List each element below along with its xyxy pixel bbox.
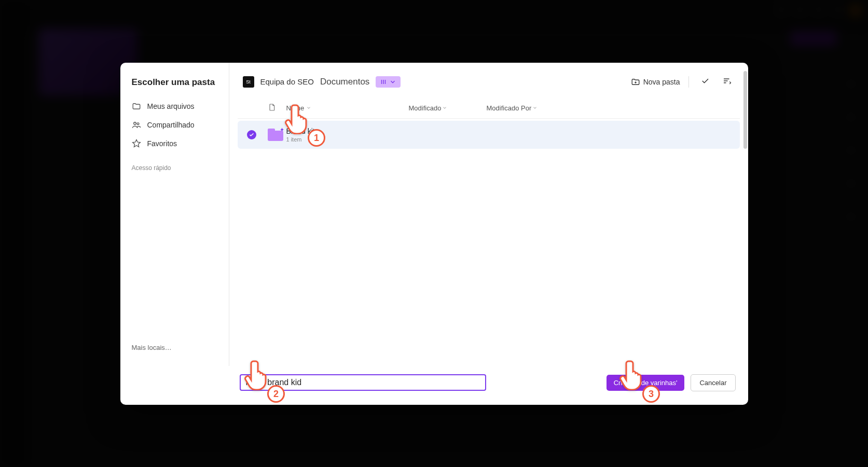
row-name: Brand kit bbox=[286, 127, 731, 135]
view-toggle[interactable] bbox=[376, 76, 401, 88]
scrollbar[interactable] bbox=[743, 71, 747, 149]
sidebar-item-label: Favoritos bbox=[147, 139, 177, 148]
sidebar-item-my-files[interactable]: Meus arquivos bbox=[120, 97, 229, 116]
modal-title: Escolher uma pasta bbox=[120, 77, 229, 97]
check-icon bbox=[700, 76, 710, 86]
chevron-down-icon bbox=[532, 105, 538, 110]
modal-main: St Equipa do SEO Documentos Nova pasta bbox=[229, 63, 748, 366]
column-modified[interactable]: Modificado bbox=[409, 104, 487, 112]
team-badge[interactable]: St bbox=[243, 76, 254, 88]
sort-lines-icon bbox=[722, 76, 732, 86]
row-sub: 1 item bbox=[286, 136, 731, 143]
breadcrumb-team[interactable]: Equipa do SEO bbox=[260, 77, 314, 86]
folder-icon bbox=[132, 102, 141, 111]
name-input[interactable] bbox=[240, 374, 486, 391]
more-places-link[interactable]: Mais locais… bbox=[120, 337, 229, 358]
column-name[interactable]: Name bbox=[286, 104, 409, 112]
sidebar-item-shared[interactable]: Compartilhado bbox=[120, 116, 229, 134]
folder-plus-icon bbox=[631, 77, 640, 87]
sidebar-item-label: Compartilhado bbox=[147, 121, 195, 129]
column-modified-by[interactable]: Modificado Por bbox=[487, 104, 575, 112]
quick-access-label: Acesso rápido bbox=[120, 153, 229, 176]
file-icon bbox=[268, 103, 276, 111]
file-row-brand-kit[interactable]: ✦ Brand kit 1 item bbox=[238, 121, 740, 149]
modal-sidebar: Escolher uma pasta Meus arquivos Compart… bbox=[120, 63, 229, 366]
create-button[interactable]: Criar 'Kit de varinhas' bbox=[607, 375, 685, 391]
sidebar-item-favorites[interactable]: Favoritos bbox=[120, 134, 229, 153]
list-header: Name Modificado Modificado Por bbox=[238, 98, 740, 119]
star-icon bbox=[132, 139, 141, 148]
chevron-down-icon bbox=[442, 105, 447, 110]
folder-picker-modal: Escolher uma pasta Meus arquivos Compart… bbox=[120, 63, 748, 405]
svg-point-0 bbox=[133, 122, 136, 124]
new-folder-label: Nova pasta bbox=[643, 78, 680, 86]
modal-toolbar: St Equipa do SEO Documentos Nova pasta bbox=[229, 63, 748, 98]
columns-icon bbox=[380, 78, 387, 86]
confirm-button[interactable] bbox=[697, 73, 713, 91]
modal-overlay: Escolher uma pasta Meus arquivos Compart… bbox=[0, 0, 868, 467]
file-list: Name Modificado Modificado Por bbox=[238, 98, 740, 358]
check-icon bbox=[249, 132, 255, 138]
svg-point-1 bbox=[137, 122, 139, 124]
new-folder-button[interactable]: Nova pasta bbox=[631, 77, 680, 87]
chevron-down-icon bbox=[306, 105, 311, 110]
cancel-button[interactable]: Cancelar bbox=[691, 374, 735, 391]
folder-icon: ✦ bbox=[268, 129, 283, 141]
sort-menu-button[interactable] bbox=[719, 73, 735, 91]
chevron-down-icon bbox=[389, 78, 396, 86]
modal-footer: Criar 'Kit de varinhas' Cancelar bbox=[120, 366, 748, 405]
people-icon bbox=[132, 120, 141, 130]
divider bbox=[688, 76, 689, 88]
breadcrumb-current[interactable]: Documentos bbox=[320, 77, 369, 87]
sidebar-item-label: Meus arquivos bbox=[147, 102, 195, 110]
row-checkbox[interactable] bbox=[247, 130, 256, 139]
